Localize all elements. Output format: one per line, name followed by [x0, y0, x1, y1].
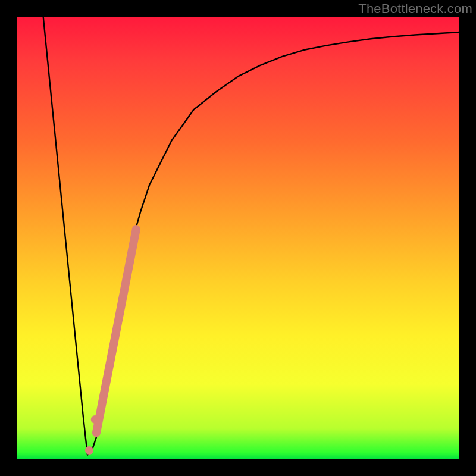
chart-frame: TheBottleneck.com	[0, 0, 476, 476]
salmon-dot-2	[85, 446, 93, 455]
salmon-dot-1	[91, 415, 99, 424]
salmon-segment	[96, 229, 136, 433]
watermark-text: TheBottleneck.com	[358, 1, 472, 17]
chart-overlay	[17, 17, 459, 459]
